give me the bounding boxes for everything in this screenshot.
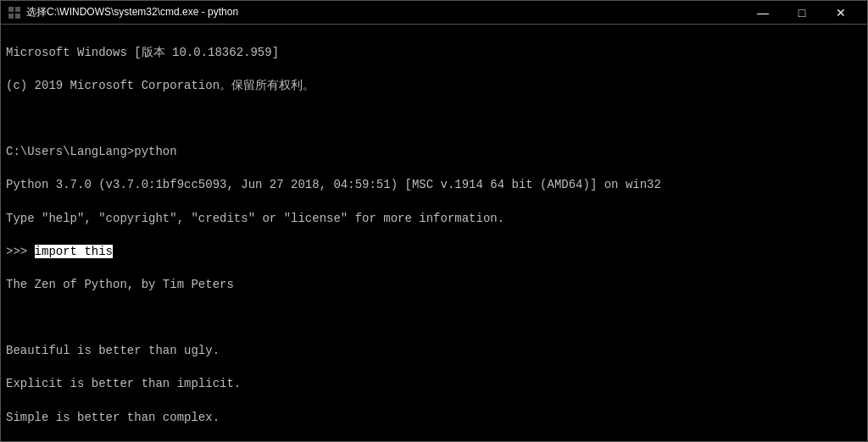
- line-4: C:\Users\LangLang>python: [6, 144, 862, 161]
- window-icon: [8, 6, 21, 19]
- line-9: [6, 310, 862, 327]
- console-output[interactable]: Microsoft Windows [版本 10.0.18362.959] (c…: [1, 25, 867, 441]
- titlebar: 选择C:\WINDOWS\system32\cmd.exe - python —…: [1, 1, 867, 25]
- line-8: The Zen of Python, by Tim Peters: [6, 277, 862, 294]
- line-11: Explicit is better than implicit.: [6, 376, 862, 393]
- minimize-button[interactable]: —: [743, 1, 782, 25]
- svg-rect-1: [15, 7, 20, 12]
- titlebar-controls: — □ ✕: [743, 1, 860, 25]
- svg-rect-3: [15, 14, 20, 19]
- line-12: Simple is better than complex.: [6, 410, 862, 427]
- line-7: >>> import this: [6, 244, 862, 261]
- line-10: Beautiful is better than ugly.: [6, 343, 862, 360]
- svg-rect-2: [8, 14, 14, 19]
- import-command: import this: [35, 245, 113, 258]
- cmd-window: 选择C:\WINDOWS\system32\cmd.exe - python —…: [0, 0, 868, 442]
- line-1: Microsoft Windows [版本 10.0.18362.959]: [6, 45, 862, 62]
- window-title: 选择C:\WINDOWS\system32\cmd.exe - python: [26, 5, 743, 19]
- svg-rect-0: [8, 7, 14, 12]
- line-6: Type "help", "copyright", "credits" or "…: [6, 211, 862, 228]
- maximize-button[interactable]: □: [782, 1, 821, 25]
- line-2: (c) 2019 Microsoft Corporation。保留所有权利。: [6, 78, 862, 95]
- line-3: [6, 111, 862, 128]
- close-button[interactable]: ✕: [821, 1, 860, 25]
- line-5: Python 3.7.0 (v3.7.0:1bf9cc5093, Jun 27 …: [6, 177, 862, 194]
